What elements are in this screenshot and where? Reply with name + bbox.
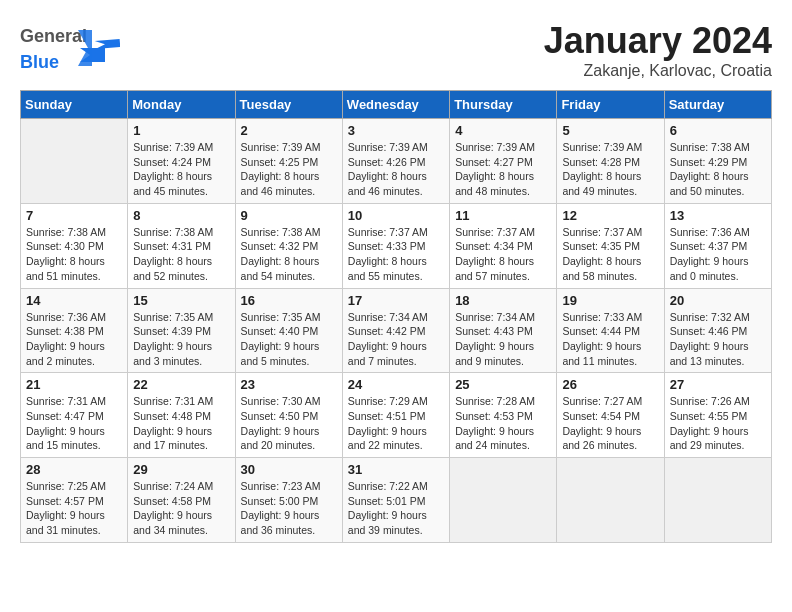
calendar-cell: 29Sunrise: 7:24 AMSunset: 4:58 PMDayligh… (128, 458, 235, 543)
day-header-wednesday: Wednesday (342, 91, 449, 119)
logo-svg: General Blue (20, 20, 120, 75)
day-number: 13 (670, 208, 766, 223)
day-number: 27 (670, 377, 766, 392)
calendar-cell: 27Sunrise: 7:26 AMSunset: 4:55 PMDayligh… (664, 373, 771, 458)
day-number: 19 (562, 293, 658, 308)
day-number: 20 (670, 293, 766, 308)
calendar-cell: 28Sunrise: 7:25 AMSunset: 4:57 PMDayligh… (21, 458, 128, 543)
calendar-cell: 19Sunrise: 7:33 AMSunset: 4:44 PMDayligh… (557, 288, 664, 373)
day-number: 1 (133, 123, 229, 138)
day-number: 9 (241, 208, 337, 223)
day-number: 15 (133, 293, 229, 308)
day-number: 3 (348, 123, 444, 138)
calendar-subtitle: Zakanje, Karlovac, Croatia (544, 62, 772, 80)
day-number: 24 (348, 377, 444, 392)
day-info: Sunrise: 7:37 AMSunset: 4:34 PMDaylight:… (455, 225, 551, 284)
day-header-monday: Monday (128, 91, 235, 119)
day-info: Sunrise: 7:37 AMSunset: 4:33 PMDaylight:… (348, 225, 444, 284)
day-info: Sunrise: 7:22 AMSunset: 5:01 PMDaylight:… (348, 479, 444, 538)
day-number: 5 (562, 123, 658, 138)
logo: General Blue (20, 20, 120, 75)
calendar-cell: 21Sunrise: 7:31 AMSunset: 4:47 PMDayligh… (21, 373, 128, 458)
day-header-friday: Friday (557, 91, 664, 119)
calendar-cell: 7Sunrise: 7:38 AMSunset: 4:30 PMDaylight… (21, 203, 128, 288)
day-info: Sunrise: 7:24 AMSunset: 4:58 PMDaylight:… (133, 479, 229, 538)
day-number: 8 (133, 208, 229, 223)
calendar-cell: 23Sunrise: 7:30 AMSunset: 4:50 PMDayligh… (235, 373, 342, 458)
calendar-cell: 15Sunrise: 7:35 AMSunset: 4:39 PMDayligh… (128, 288, 235, 373)
day-number: 14 (26, 293, 122, 308)
day-info: Sunrise: 7:35 AMSunset: 4:40 PMDaylight:… (241, 310, 337, 369)
calendar-cell (557, 458, 664, 543)
day-number: 22 (133, 377, 229, 392)
day-info: Sunrise: 7:30 AMSunset: 4:50 PMDaylight:… (241, 394, 337, 453)
calendar-cell (664, 458, 771, 543)
day-info: Sunrise: 7:38 AMSunset: 4:30 PMDaylight:… (26, 225, 122, 284)
calendar-cell: 3Sunrise: 7:39 AMSunset: 4:26 PMDaylight… (342, 119, 449, 204)
svg-marker-2 (95, 39, 120, 49)
calendar-cell: 16Sunrise: 7:35 AMSunset: 4:40 PMDayligh… (235, 288, 342, 373)
day-info: Sunrise: 7:34 AMSunset: 4:43 PMDaylight:… (455, 310, 551, 369)
day-info: Sunrise: 7:23 AMSunset: 5:00 PMDaylight:… (241, 479, 337, 538)
day-header-tuesday: Tuesday (235, 91, 342, 119)
calendar-cell: 10Sunrise: 7:37 AMSunset: 4:33 PMDayligh… (342, 203, 449, 288)
day-number: 2 (241, 123, 337, 138)
day-number: 30 (241, 462, 337, 477)
calendar-cell: 4Sunrise: 7:39 AMSunset: 4:27 PMDaylight… (450, 119, 557, 204)
calendar-week-row: 21Sunrise: 7:31 AMSunset: 4:47 PMDayligh… (21, 373, 772, 458)
day-info: Sunrise: 7:34 AMSunset: 4:42 PMDaylight:… (348, 310, 444, 369)
calendar-cell: 1Sunrise: 7:39 AMSunset: 4:24 PMDaylight… (128, 119, 235, 204)
calendar-cell: 30Sunrise: 7:23 AMSunset: 5:00 PMDayligh… (235, 458, 342, 543)
day-number: 26 (562, 377, 658, 392)
day-number: 25 (455, 377, 551, 392)
calendar-cell: 18Sunrise: 7:34 AMSunset: 4:43 PMDayligh… (450, 288, 557, 373)
calendar-cell (21, 119, 128, 204)
day-info: Sunrise: 7:39 AMSunset: 4:25 PMDaylight:… (241, 140, 337, 199)
day-number: 11 (455, 208, 551, 223)
svg-text:General: General (20, 26, 87, 46)
day-info: Sunrise: 7:39 AMSunset: 4:27 PMDaylight:… (455, 140, 551, 199)
calendar-cell: 6Sunrise: 7:38 AMSunset: 4:29 PMDaylight… (664, 119, 771, 204)
day-info: Sunrise: 7:39 AMSunset: 4:28 PMDaylight:… (562, 140, 658, 199)
day-info: Sunrise: 7:39 AMSunset: 4:24 PMDaylight:… (133, 140, 229, 199)
calendar-week-row: 7Sunrise: 7:38 AMSunset: 4:30 PMDaylight… (21, 203, 772, 288)
calendar-week-row: 1Sunrise: 7:39 AMSunset: 4:24 PMDaylight… (21, 119, 772, 204)
day-number: 12 (562, 208, 658, 223)
calendar-week-row: 14Sunrise: 7:36 AMSunset: 4:38 PMDayligh… (21, 288, 772, 373)
day-number: 23 (241, 377, 337, 392)
day-info: Sunrise: 7:26 AMSunset: 4:55 PMDaylight:… (670, 394, 766, 453)
day-number: 31 (348, 462, 444, 477)
calendar-cell: 24Sunrise: 7:29 AMSunset: 4:51 PMDayligh… (342, 373, 449, 458)
day-info: Sunrise: 7:39 AMSunset: 4:26 PMDaylight:… (348, 140, 444, 199)
calendar-header-row: SundayMondayTuesdayWednesdayThursdayFrid… (21, 91, 772, 119)
day-info: Sunrise: 7:33 AMSunset: 4:44 PMDaylight:… (562, 310, 658, 369)
calendar-cell: 31Sunrise: 7:22 AMSunset: 5:01 PMDayligh… (342, 458, 449, 543)
calendar-cell: 22Sunrise: 7:31 AMSunset: 4:48 PMDayligh… (128, 373, 235, 458)
day-header-saturday: Saturday (664, 91, 771, 119)
calendar-cell: 9Sunrise: 7:38 AMSunset: 4:32 PMDaylight… (235, 203, 342, 288)
day-info: Sunrise: 7:36 AMSunset: 4:38 PMDaylight:… (26, 310, 122, 369)
day-number: 4 (455, 123, 551, 138)
calendar-table: SundayMondayTuesdayWednesdayThursdayFrid… (20, 90, 772, 543)
day-number: 18 (455, 293, 551, 308)
calendar-cell: 5Sunrise: 7:39 AMSunset: 4:28 PMDaylight… (557, 119, 664, 204)
day-number: 29 (133, 462, 229, 477)
day-number: 6 (670, 123, 766, 138)
calendar-cell: 13Sunrise: 7:36 AMSunset: 4:37 PMDayligh… (664, 203, 771, 288)
day-number: 16 (241, 293, 337, 308)
day-info: Sunrise: 7:27 AMSunset: 4:54 PMDaylight:… (562, 394, 658, 453)
day-info: Sunrise: 7:37 AMSunset: 4:35 PMDaylight:… (562, 225, 658, 284)
day-number: 21 (26, 377, 122, 392)
calendar-cell (450, 458, 557, 543)
day-info: Sunrise: 7:31 AMSunset: 4:47 PMDaylight:… (26, 394, 122, 453)
day-info: Sunrise: 7:38 AMSunset: 4:29 PMDaylight:… (670, 140, 766, 199)
svg-text:Blue: Blue (20, 52, 59, 72)
day-info: Sunrise: 7:29 AMSunset: 4:51 PMDaylight:… (348, 394, 444, 453)
day-number: 10 (348, 208, 444, 223)
calendar-cell: 20Sunrise: 7:32 AMSunset: 4:46 PMDayligh… (664, 288, 771, 373)
day-header-sunday: Sunday (21, 91, 128, 119)
calendar-title: January 2024 (544, 20, 772, 62)
day-info: Sunrise: 7:28 AMSunset: 4:53 PMDaylight:… (455, 394, 551, 453)
calendar-cell: 17Sunrise: 7:34 AMSunset: 4:42 PMDayligh… (342, 288, 449, 373)
day-info: Sunrise: 7:38 AMSunset: 4:31 PMDaylight:… (133, 225, 229, 284)
